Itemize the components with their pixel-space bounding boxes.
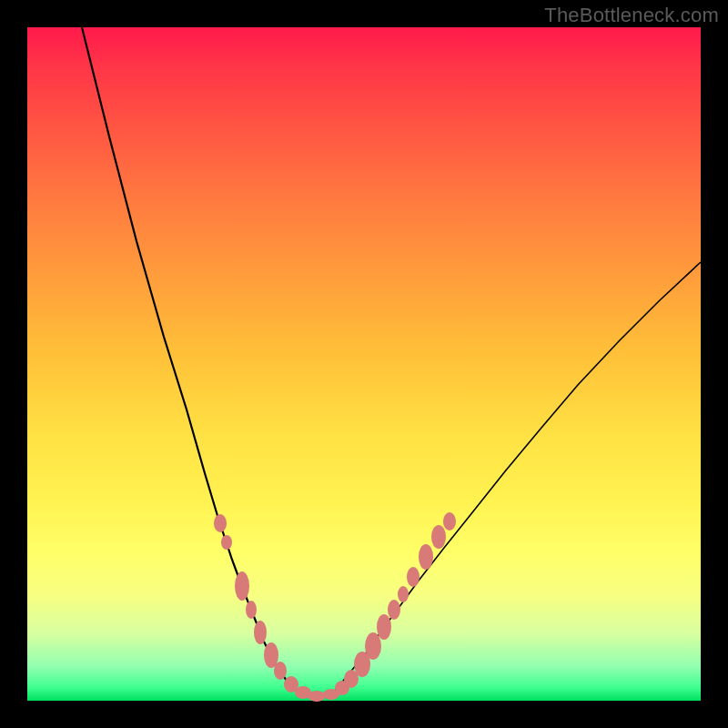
plot-area (27, 27, 701, 701)
data-marker (246, 601, 257, 619)
data-marker (274, 662, 287, 680)
data-marker (221, 535, 232, 550)
data-marker (407, 567, 420, 587)
data-marker (214, 514, 227, 532)
data-marker (388, 600, 400, 620)
data-marker (365, 632, 381, 660)
data-marker (398, 586, 409, 602)
curve-svg (27, 27, 701, 701)
data-marker (308, 691, 326, 702)
marker-group (214, 512, 456, 702)
data-marker (431, 525, 446, 549)
watermark-text: TheBottleneck.com (544, 4, 719, 27)
data-marker (254, 621, 267, 644)
data-marker (443, 512, 456, 531)
chart-frame: TheBottleneck.com (0, 0, 728, 728)
data-marker (377, 614, 391, 640)
data-marker (235, 571, 249, 601)
left-branch-curve (82, 27, 300, 693)
data-marker (419, 544, 433, 570)
